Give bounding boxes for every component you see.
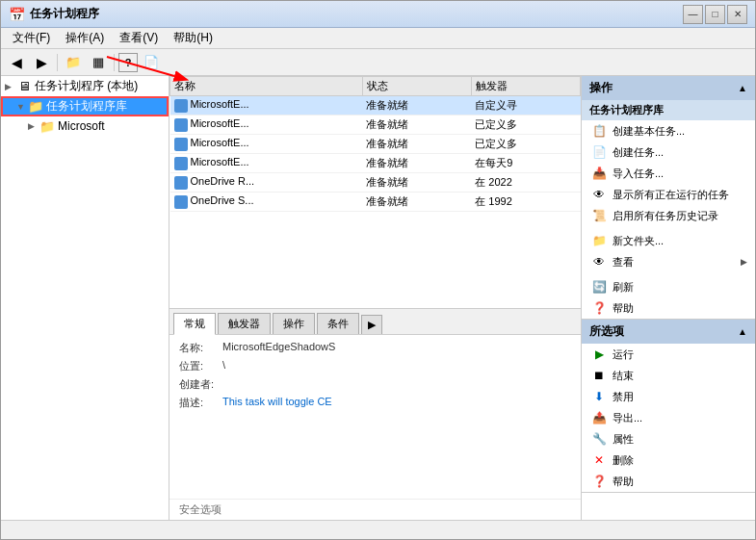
action-show-running[interactable]: 👁 显示所有正在运行的任务 <box>582 184 755 205</box>
computer-icon: 🖥 <box>16 79 32 94</box>
app-icon: 📅 <box>9 7 24 22</box>
col-name: 名称 <box>170 77 363 96</box>
action-create-basic[interactable]: 📋 创建基本任务... <box>582 120 755 141</box>
view-label: 查看 <box>613 255 634 270</box>
task-status-cell: 准备就绪 <box>362 193 471 212</box>
action-create-task[interactable]: 📄 创建任务... <box>582 141 755 163</box>
menu-view[interactable]: 查看(V) <box>112 28 166 48</box>
action-new-folder[interactable]: 📁 新文件夹... <box>582 230 755 251</box>
task-status-cell: 准备就绪 <box>362 154 471 173</box>
help-right-icon: ❓ <box>591 300 607 316</box>
help-selected-icon: ❓ <box>591 474 607 489</box>
action-disable[interactable]: ⬇ 禁用 <box>582 386 755 407</box>
detail-desc-value: This task will toggle CE <box>222 396 571 407</box>
task-trigger-cell: 在 1992 <box>471 193 580 212</box>
action-enable-history[interactable]: 📜 启用所有任务历史记录 <box>582 205 755 226</box>
minimize-button[interactable]: — <box>683 5 703 24</box>
table-row[interactable]: OneDrive S... 准备就绪 在 1992 <box>170 193 581 212</box>
export-label: 导出... <box>613 411 642 425</box>
forward-button[interactable]: ▶ <box>30 52 53 73</box>
tab-triggers[interactable]: 触发器 <box>218 313 271 334</box>
table-row[interactable]: MicrosoftE... 准备就绪 在每天9 <box>170 154 581 173</box>
detail-location-row: 位置: \ <box>179 359 571 373</box>
tree-label-library: 任务计划程序库 <box>46 98 127 115</box>
operations-header[interactable]: 操作 ▲ <box>582 76 755 100</box>
new-folder-label: 新文件夹... <box>613 234 664 248</box>
refresh-icon: 🔄 <box>591 279 607 295</box>
window-title: 任务计划程序 <box>30 6 683 22</box>
tree-arrow-root: ▶ <box>5 82 16 91</box>
table-row[interactable]: MicrosoftE... 准备就绪 已定义多 <box>170 135 581 154</box>
detail-desc-label: 描述: <box>179 396 222 410</box>
maximize-button[interactable]: □ <box>705 5 725 24</box>
action-view[interactable]: 👁 查看 ▶ <box>582 251 755 272</box>
close-button[interactable]: ✕ <box>727 5 747 24</box>
action-help-selected[interactable]: ❓ 帮助 <box>582 471 755 492</box>
tab-actions[interactable]: 操作 <box>273 313 315 334</box>
tab-conditions[interactable]: 条件 <box>317 313 359 334</box>
info-button[interactable]: 📄 <box>140 52 163 73</box>
detail-name-label: 名称: <box>179 341 222 355</box>
delete-icon: ✕ <box>591 452 607 468</box>
action-import[interactable]: 📥 导入任务... <box>582 163 755 184</box>
show-running-icon: 👁 <box>591 187 607 202</box>
col-trigger: 触发器 <box>471 77 580 96</box>
create-task-icon: 📄 <box>591 144 607 160</box>
help-button[interactable]: ? <box>118 53 138 72</box>
new-folder-icon: 📁 <box>591 233 607 248</box>
run-label: 运行 <box>613 347 634 362</box>
task-status-cell: 准备就绪 <box>362 116 471 135</box>
right-panel: 操作 ▲ 任务计划程序库 📋 创建基本任务... 📄 创建任务... 📥 导入任… <box>582 76 755 520</box>
menu-action[interactable]: 操作(A) <box>58 28 112 48</box>
folder-button[interactable]: 📁 <box>62 52 85 73</box>
help-right-label: 帮助 <box>613 301 634 316</box>
tree-item-library[interactable]: ▼ 📁 任务计划程序库 <box>1 96 169 116</box>
task-trigger-cell: 已定义多 <box>471 116 580 135</box>
task-name-cell: MicrosoftE... <box>170 154 363 173</box>
view-icon: 👁 <box>591 254 607 270</box>
import-label: 导入任务... <box>613 167 664 181</box>
action-export[interactable]: 📤 导出... <box>582 407 755 428</box>
detail-location-label: 位置: <box>179 359 222 373</box>
back-button[interactable]: ◀ <box>5 52 28 73</box>
action-run[interactable]: ▶ 运行 <box>582 344 755 365</box>
tree-item-root[interactable]: ▶ 🖥 任务计划程序 (本地) <box>1 76 169 96</box>
view-submenu-icon: ▶ <box>741 257 747 267</box>
delete-label: 删除 <box>613 453 634 468</box>
disable-label: 禁用 <box>613 390 634 404</box>
end-label: 结束 <box>613 369 634 383</box>
action-properties[interactable]: 🔧 属性 <box>582 428 755 450</box>
col-status: 状态 <box>362 77 471 96</box>
task-trigger-cell: 自定义寻 <box>471 96 580 116</box>
table-row[interactable]: OneDrive R... 准备就绪 在 2022 <box>170 173 581 193</box>
table-row[interactable]: MicrosoftE... 准备就绪 已定义多 <box>170 116 581 135</box>
tab-more[interactable]: ▶ <box>361 315 382 334</box>
detail-location-value: \ <box>222 359 571 371</box>
task-status-cell: 准备就绪 <box>362 135 471 154</box>
task-name-cell: MicrosoftE... <box>170 116 363 135</box>
detail-author-label: 创建者: <box>179 377 222 392</box>
tree-arrow-microsoft: ▶ <box>28 121 39 131</box>
task-trigger-cell: 在每天9 <box>471 154 580 173</box>
create-basic-label: 创建基本任务... <box>613 124 685 139</box>
tree-item-microsoft[interactable]: ▶ 📁 Microsoft <box>1 116 169 136</box>
create-task-label: 创建任务... <box>613 145 664 160</box>
task-status-cell: 准备就绪 <box>362 173 471 193</box>
title-bar: 📅 任务计划程序 — □ ✕ <box>1 1 755 28</box>
action-end[interactable]: ⏹ 结束 <box>582 365 755 386</box>
action-delete[interactable]: ✕ 删除 <box>582 450 755 471</box>
action-help[interactable]: ❓ 帮助 <box>582 297 755 319</box>
menu-help[interactable]: 帮助(H) <box>166 28 221 48</box>
task-list[interactable]: 名称 状态 触发器 MicrosoftE... 准备就绪 自定义寻 Micros… <box>169 76 581 308</box>
menu-file[interactable]: 文件(F) <box>5 28 58 48</box>
grid-button[interactable]: ▦ <box>87 52 110 73</box>
properties-label: 属性 <box>613 432 634 447</box>
tabs-bar: 常规 触发器 操作 条件 ▶ <box>169 309 581 335</box>
task-status-cell: 准备就绪 <box>362 96 471 116</box>
tab-general[interactable]: 常规 <box>173 313 216 335</box>
selected-header[interactable]: 所选项 ▲ <box>582 320 755 344</box>
table-row[interactable]: MicrosoftE... 准备就绪 自定义寻 <box>170 96 581 116</box>
action-refresh[interactable]: 🔄 刷新 <box>582 276 755 297</box>
detail-panel: 常规 触发器 操作 条件 ▶ 名称: MicrosoftEdgeShadowS … <box>169 308 581 520</box>
tree-label-microsoft: Microsoft <box>58 119 105 133</box>
